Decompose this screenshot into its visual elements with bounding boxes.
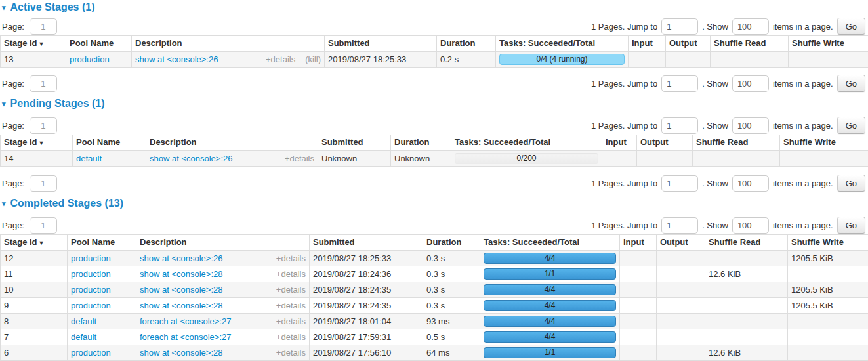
table-row: 13 production show at <console>:26 +deta… <box>1 52 868 68</box>
show-items-input[interactable] <box>732 18 769 35</box>
description-link[interactable]: show at <console>:28 <box>140 269 222 280</box>
column-header[interactable]: Pool Name <box>73 135 146 151</box>
column-header[interactable]: Stage Id▾ <box>1 235 68 251</box>
column-header[interactable]: Submitted <box>310 235 423 251</box>
column-header[interactable]: Pool Name <box>66 36 132 52</box>
tasks-cell: 1/1 <box>480 266 620 282</box>
column-header[interactable]: Input <box>629 36 666 52</box>
tasks-cell: 0/4 (4 running) <box>496 52 629 68</box>
input-cell <box>620 345 657 361</box>
page-input[interactable] <box>30 117 57 134</box>
section-title: Active Stages (1) <box>10 1 95 13</box>
pool-name-link[interactable]: production <box>71 348 111 358</box>
column-header[interactable]: Shuffle Write <box>789 36 868 52</box>
details-toggle[interactable]: +details <box>285 154 314 164</box>
column-header[interactable]: Shuffle Read <box>693 135 780 151</box>
show-items-input[interactable] <box>732 117 769 134</box>
pool-name-link[interactable]: default <box>71 332 96 342</box>
tasks-progress-bar: 4/4 <box>484 284 616 295</box>
column-header[interactable]: Output <box>666 36 711 52</box>
column-header[interactable]: Submitted <box>318 135 391 151</box>
column-header[interactable]: Input <box>620 235 657 251</box>
column-header[interactable]: Duration <box>423 235 480 251</box>
pending-stages-header[interactable]: ▾ Pending Stages (1) <box>0 98 868 110</box>
description-link[interactable]: show at <console>:28 <box>140 301 222 311</box>
details-toggle[interactable]: +details <box>276 332 306 343</box>
column-header[interactable]: Stage Id▾ <box>1 135 73 151</box>
description-link[interactable]: show at <console>:26 <box>150 154 232 164</box>
page-input[interactable] <box>30 18 57 35</box>
show-text: . Show <box>702 79 728 89</box>
pool-name-link[interactable]: production <box>71 269 111 279</box>
go-button[interactable]: Go <box>837 75 865 92</box>
column-header[interactable]: Tasks: Succeeded/Total <box>480 235 620 251</box>
jump-to-input[interactable] <box>661 117 698 134</box>
details-toggle[interactable]: +details <box>276 253 306 264</box>
column-header[interactable]: Description <box>146 135 318 151</box>
details-toggle[interactable]: +details <box>276 301 306 311</box>
jump-to-input[interactable] <box>661 175 698 192</box>
pool-name-link[interactable]: production <box>71 285 111 295</box>
column-header[interactable]: Shuffle Write <box>780 135 868 151</box>
pool-name-link[interactable]: production <box>71 301 111 310</box>
column-header[interactable]: Shuffle Read <box>705 235 788 251</box>
jump-to-input[interactable] <box>661 217 698 234</box>
go-button[interactable]: Go <box>837 175 865 192</box>
description-link[interactable]: foreach at <console>:27 <box>140 316 232 327</box>
column-header[interactable]: Duration <box>391 135 451 151</box>
details-toggle[interactable]: +details <box>276 285 306 295</box>
go-button[interactable]: Go <box>837 18 865 35</box>
show-items-input[interactable] <box>732 175 769 192</box>
active-stages-header[interactable]: ▾ Active Stages (1) <box>0 1 868 13</box>
description-link[interactable]: show at <console>:28 <box>140 348 222 358</box>
description-link[interactable]: show at <console>:26 <box>135 54 218 65</box>
show-items-input[interactable] <box>732 75 769 92</box>
pool-name-link[interactable]: default <box>76 154 102 163</box>
show-items-input[interactable] <box>732 217 769 234</box>
column-header[interactable]: Shuffle Read <box>711 36 789 52</box>
details-toggle[interactable]: +details <box>276 269 306 280</box>
pages-count-text: 1 Pages. Jump to <box>591 179 657 188</box>
pool-name-link[interactable]: default <box>71 316 96 326</box>
column-header[interactable]: Output <box>637 135 693 151</box>
description-link[interactable]: show at <console>:28 <box>140 285 222 295</box>
active-stages-table: Stage Id▾Pool NameDescriptionSubmittedDu… <box>0 35 868 68</box>
completed-stages-header[interactable]: ▾ Completed Stages (13) <box>0 198 868 209</box>
submitted-cell: 2019/08/27 18:01:04 <box>310 314 423 329</box>
page-input[interactable] <box>30 217 57 234</box>
column-header[interactable]: Submitted <box>325 36 437 52</box>
pending-stages-table: Stage Id▾Pool NameDescriptionSubmittedDu… <box>0 135 868 167</box>
tasks-cell: 4/4 <box>480 314 620 329</box>
description-link[interactable]: foreach at <console>:27 <box>140 332 232 343</box>
column-header[interactable]: Description <box>132 36 325 52</box>
details-toggle[interactable]: +details <box>266 54 295 65</box>
column-header[interactable]: Duration <box>437 36 496 52</box>
description-link[interactable]: show at <console>:26 <box>140 253 222 264</box>
column-header[interactable]: Tasks: Succeeded/Total <box>451 135 602 151</box>
details-toggle[interactable]: +details <box>276 316 306 327</box>
details-toggle[interactable]: +details <box>276 348 306 358</box>
table-row: 9 production show at <console>:28 +detai… <box>1 298 868 314</box>
page-input[interactable] <box>30 75 57 92</box>
column-header[interactable]: Tasks: Succeeded/Total <box>496 36 629 52</box>
column-header[interactable]: Output <box>657 235 705 251</box>
input-cell <box>620 314 657 329</box>
pool-name-link[interactable]: production <box>71 253 111 263</box>
go-button[interactable]: Go <box>837 217 865 234</box>
column-header[interactable]: Description <box>136 235 310 251</box>
kill-link[interactable]: (kill) <box>305 54 321 65</box>
go-button[interactable]: Go <box>837 117 865 134</box>
pool-name-link[interactable]: production <box>70 54 110 64</box>
jump-to-input[interactable] <box>661 75 698 92</box>
shuffle-read-cell: 12.6 KiB <box>705 266 788 282</box>
stage-id-cell: 11 <box>1 266 68 282</box>
column-header[interactable]: Input <box>602 135 637 151</box>
column-header[interactable]: Pool Name <box>68 235 136 251</box>
page-input[interactable] <box>30 175 57 192</box>
shuffle-read-cell: 12.6 KiB <box>705 345 788 361</box>
jump-to-input[interactable] <box>661 18 698 35</box>
column-header[interactable]: Stage Id▾ <box>1 36 66 52</box>
page-label: Page: <box>2 79 24 89</box>
pages-count-text: 1 Pages. Jump to <box>591 22 657 32</box>
column-header[interactable]: Shuffle Write <box>788 235 868 251</box>
